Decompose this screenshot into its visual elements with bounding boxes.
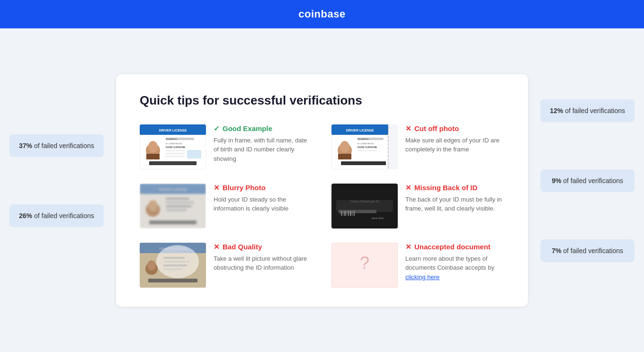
missing-back-content: ✕ Missing Back of ID The back of your ID… (405, 184, 504, 213)
right-badge-1: 12% of failed verifications (540, 99, 635, 122)
left-badge-1-label: of failed verifications (34, 142, 94, 150)
svg-rect-38 (166, 202, 194, 203)
svg-text:Class A Example ID: Class A Example ID (350, 200, 379, 203)
bad-quality-image: DRIVER LICENSE (140, 243, 206, 288)
good-example-content: ✓ Good Example Fully in frame, with full… (214, 124, 313, 164)
tip-bad-quality: DRIVER LICENSE ✕ Ba (140, 243, 313, 288)
page-content: 37% of failed verifications 26% of faile… (0, 28, 644, 352)
svg-rect-65 (163, 268, 182, 270)
check-icon: ✓ (214, 124, 220, 133)
svg-rect-53 (354, 211, 355, 216)
right-badge-3-label: of failed verifications (563, 247, 623, 255)
svg-point-61 (147, 260, 156, 271)
svg-point-36 (148, 200, 158, 211)
svg-point-6 (148, 141, 158, 152)
right-badge-1-percent: 12% (550, 107, 563, 114)
cutoff-image: DRIVER LICENSE EXAMPLE ID: 123456789-005… (331, 124, 398, 169)
right-badge-2-label: of failed verifications (563, 177, 623, 185)
svg-text:EXAMPLE: EXAMPLE (166, 138, 177, 141)
bad-quality-label: ✕ Bad Quality (214, 243, 313, 251)
blurry-image: DRIVER LICENSE (140, 184, 206, 229)
left-badge-2: 26% of failed verifications (9, 204, 104, 227)
blurry-desc: Hold your ID steady so the information i… (214, 195, 313, 213)
right-badge-2: 9% of failed verifications (540, 169, 635, 192)
svg-rect-50 (348, 211, 349, 216)
good-example-image: DRIVER LICENSE EXAMPLE ID: 123456789-005… (140, 124, 206, 169)
svg-rect-31 (388, 124, 398, 169)
svg-rect-62 (163, 257, 185, 259)
tip-unaccepted: ? ✕ Unaccepted document Learn more about… (331, 243, 504, 288)
app-header: coinbase (0, 0, 644, 28)
svg-rect-13 (166, 156, 185, 157)
bad-quality-desc: Take a well lit picture without glare ob… (214, 254, 313, 273)
unaccepted-label: ✕ Unaccepted document (405, 243, 504, 251)
svg-rect-51 (350, 211, 351, 216)
right-badge-3-percent: 7% (552, 247, 561, 255)
clicking-here-link[interactable]: clicking here (405, 273, 439, 281)
cutoff-title: Cut off photo (414, 124, 459, 132)
good-example-desc: Fully in frame, with full name, date of … (214, 136, 313, 164)
svg-rect-11 (166, 150, 185, 151)
missing-back-desc: The back of your ID must be fully in fra… (405, 195, 504, 213)
right-badge-3: 7% of failed verifications (540, 239, 635, 262)
svg-text:NAME SURNAME: NAME SURNAME (358, 146, 377, 149)
main-card: Quick tips for successful verifications … (116, 74, 528, 307)
svg-text:NAME SURNAME: NAME SURNAME (166, 146, 186, 149)
svg-rect-64 (163, 264, 187, 266)
bad-quality-content: ✕ Bad Quality Take a well lit picture wi… (214, 243, 313, 273)
cutoff-desc: Make sure all edges of your ID are compl… (405, 136, 504, 154)
left-badge-2-label: of failed verifications (34, 212, 94, 220)
svg-rect-41 (149, 220, 197, 224)
tip-cutoff: DRIVER LICENSE EXAMPLE ID: 123456789-005… (331, 124, 504, 169)
left-badge-1: 37% of failed verifications (9, 134, 104, 157)
svg-rect-46 (341, 211, 342, 216)
right-badge-2-percent: 9% (552, 177, 561, 185)
missing-back-image: Class A Example ID Jane Doe (331, 184, 398, 229)
x-icon-blurry: ✕ (214, 184, 220, 192)
svg-rect-48 (344, 211, 346, 216)
unaccepted-image: ? (331, 243, 398, 288)
missing-back-title: Missing Back of ID (414, 184, 477, 192)
x-icon-bad-quality: ✕ (214, 243, 220, 251)
card-title: Quick tips for successful verifications (140, 93, 504, 108)
svg-text:ID: 123456789-005: ID: 123456789-005 (358, 142, 374, 145)
svg-rect-22 (338, 154, 351, 159)
svg-text:ID: 123456789-005: ID: 123456789-005 (166, 142, 182, 145)
blurry-label: ✕ Blurry Photo (214, 184, 313, 192)
x-icon-unaccepted: ✕ (405, 243, 411, 251)
x-icon-missing-back: ✕ (405, 184, 411, 192)
good-example-label: ✓ Good Example (214, 124, 313, 133)
tip-good-example: DRIVER LICENSE EXAMPLE ID: 123456789-005… (140, 124, 313, 169)
svg-rect-14 (187, 150, 201, 158)
left-badge-1-percent: 37% (19, 142, 32, 150)
cutoff-content: ✕ Cut off photo Make sure all edges of y… (405, 124, 504, 154)
svg-rect-39 (166, 205, 192, 207)
svg-rect-16 (150, 162, 196, 164)
svg-rect-29 (341, 161, 386, 165)
unaccepted-title: Unaccepted document (414, 243, 491, 251)
tips-grid: DRIVER LICENSE EXAMPLE ID: 123456789-005… (140, 124, 504, 288)
svg-rect-28 (358, 150, 376, 151)
unaccepted-desc: Learn more about the types of documents … (405, 254, 504, 282)
left-badge-2-percent: 26% (19, 212, 32, 220)
left-badges: 37% of failed verifications 26% of faile… (9, 134, 104, 227)
missing-back-label: ✕ Missing Back of ID (405, 184, 504, 192)
svg-text:Jane Doe: Jane Doe (371, 217, 384, 220)
svg-rect-5 (146, 154, 160, 159)
unaccepted-content: ✕ Unaccepted document Learn more about t… (405, 243, 504, 282)
svg-text:?: ? (360, 253, 369, 273)
svg-rect-63 (163, 261, 189, 263)
svg-point-23 (340, 141, 349, 152)
blurry-content: ✕ Blurry Photo Hold your ID steady so th… (214, 184, 313, 213)
tip-missing-back: Class A Example ID Jane Doe ✕ Missing Ba… (331, 184, 504, 229)
svg-text:DRIVER LICENSE: DRIVER LICENSE (346, 129, 374, 132)
blurry-title: Blurry Photo (223, 184, 266, 192)
svg-rect-40 (166, 209, 187, 211)
tip-blurry: DRIVER LICENSE ✕ Blurry Photo (140, 184, 313, 229)
x-icon-cutoff: ✕ (405, 124, 411, 133)
right-badge-1-label: of failed verifications (565, 107, 625, 114)
right-badges: 12% of failed verifications 9% of failed… (540, 99, 635, 262)
svg-rect-66 (148, 279, 197, 282)
bad-quality-title: Bad Quality (223, 243, 262, 251)
cutoff-label: ✕ Cut off photo (405, 124, 504, 133)
